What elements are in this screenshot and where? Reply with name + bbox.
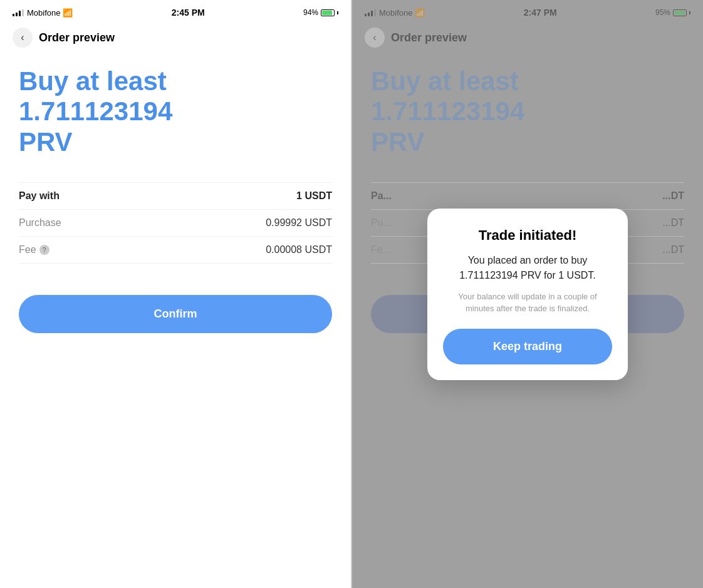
page-title-left: Order preview bbox=[39, 31, 115, 44]
detail-row-paywith: Pay with 1 USDT bbox=[19, 182, 332, 210]
status-right-left: 94% bbox=[303, 8, 338, 17]
trade-initiated-modal: Trade initiated! You placed an order to … bbox=[427, 209, 628, 380]
right-screen: Mobifone 📶 2:47 PM 95% ‹ Order previe bbox=[352, 0, 703, 588]
headline-amount: 1.711123194 bbox=[19, 96, 172, 126]
back-arrow-left: ‹ bbox=[21, 33, 24, 43]
left-screen: Mobifone 📶 2:45 PM 94% ‹ Order previe bbox=[0, 0, 351, 588]
order-details-left: Pay with 1 USDT Purchase 0.99992 USDT Fe… bbox=[19, 182, 332, 264]
headline-token: PRV bbox=[19, 127, 73, 157]
purchase-value: 0.99992 USDT bbox=[266, 217, 332, 229]
signal-bar-2 bbox=[16, 13, 18, 16]
status-bar-left: Mobifone 📶 2:45 PM 94% bbox=[0, 0, 351, 21]
main-content-left: Buy at least 1.711123194 PRV Pay with 1 … bbox=[0, 54, 351, 346]
detail-row-purchase: Purchase 0.99992 USDT bbox=[19, 210, 332, 237]
battery-icon-left bbox=[321, 9, 338, 16]
signal-bar-3 bbox=[19, 11, 21, 16]
modal-body: You placed an order to buy 1.711123194 P… bbox=[443, 253, 612, 283]
status-time-left: 2:45 PM bbox=[172, 8, 205, 18]
carrier-name: Mobifone bbox=[27, 8, 60, 18]
battery-percent-left: 94% bbox=[303, 8, 318, 17]
detail-row-fee: Fee ? 0.00008 USDT bbox=[19, 237, 332, 264]
confirm-button-left[interactable]: Confirm bbox=[19, 295, 332, 333]
buy-headline-left: Buy at least 1.711123194 PRV bbox=[19, 66, 332, 157]
modal-title: Trade initiated! bbox=[443, 227, 612, 244]
modal-subtext: Your balance will update in a couple of … bbox=[443, 291, 612, 315]
screens-container: Mobifone 📶 2:45 PM 94% ‹ Order previe bbox=[0, 0, 703, 588]
fee-info-icon[interactable]: ? bbox=[39, 245, 49, 255]
signal-bar-4 bbox=[22, 9, 24, 16]
back-button-left[interactable]: ‹ bbox=[13, 28, 33, 48]
signal-bars bbox=[13, 9, 24, 16]
modal-overlay: Trade initiated! You placed an order to … bbox=[352, 0, 703, 588]
paywith-value: 1 USDT bbox=[296, 190, 332, 202]
fee-value: 0.00008 USDT bbox=[266, 244, 332, 255]
carrier-wifi: Mobifone 📶 bbox=[27, 8, 73, 18]
paywith-label: Pay with bbox=[19, 190, 60, 202]
wifi-icon: 📶 bbox=[63, 8, 73, 18]
nav-bar-left: ‹ Order preview bbox=[0, 21, 351, 54]
headline-line1: Buy at least bbox=[19, 66, 167, 96]
status-left: Mobifone 📶 bbox=[13, 8, 73, 18]
signal-bar-1 bbox=[13, 14, 14, 16]
keep-trading-button[interactable]: Keep trading bbox=[443, 329, 612, 364]
fee-label: Fee ? bbox=[19, 244, 49, 255]
purchase-label: Purchase bbox=[19, 217, 61, 229]
